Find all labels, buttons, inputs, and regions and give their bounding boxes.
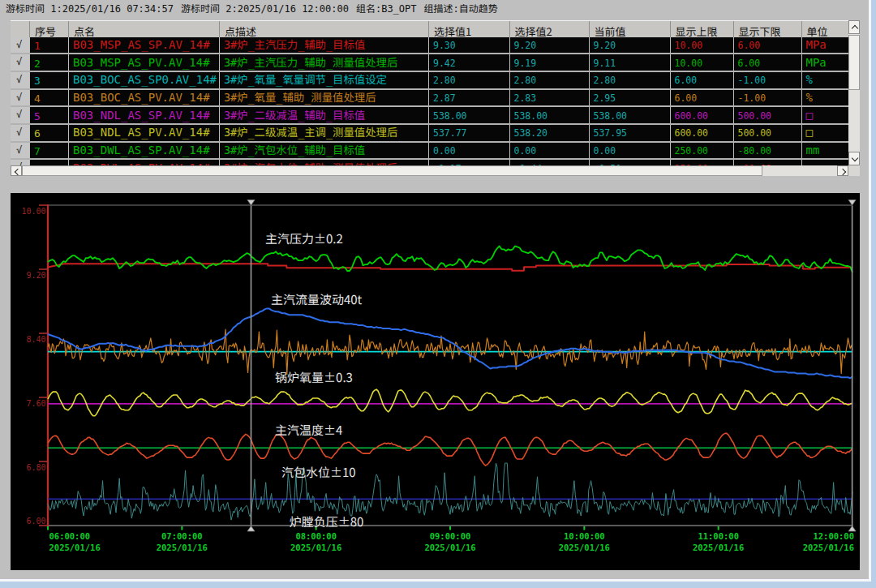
row-checkbox[interactable]: √: [11, 54, 29, 71]
series-fnp_pv: [48, 463, 852, 520]
cell-seq: 5: [29, 107, 68, 123]
row-checkbox[interactable]: √: [11, 143, 29, 159]
cell-sel1: 9.30: [428, 37, 509, 54]
cursor2-time-value: 2025/01/16 12:00:00: [238, 3, 349, 15]
table-header-row: 序号 点名 点描述 选择值1 选择值2 当前值 显示上限 显示下限 单位: [11, 20, 848, 37]
table-row[interactable]: √ 3 B03_BOC_AS_SP0.AV_14# 3#炉_氧量_氧量调节_目标…: [11, 72, 848, 90]
group-desc-label: 组描述:: [424, 3, 459, 15]
cell-display-hi: 600.00: [670, 107, 733, 123]
annotation-label-4: 主汽温度±4: [275, 421, 342, 438]
column-header-name: 点名: [68, 21, 219, 37]
cursor-2-bottom-handle[interactable]: [848, 526, 856, 532]
cell-current: 537.95: [589, 125, 670, 141]
table-row[interactable]: √ 1 B03_MSP_AS_SP.AV_14# 3#炉_主汽压力_辅助_目标值…: [11, 37, 848, 55]
scroll-up-button[interactable]: [848, 20, 860, 34]
cell-point-desc: 3#炉_二级减温_主调_测量值处理后: [219, 125, 428, 141]
vertical-scroll-thumb[interactable]: [848, 35, 860, 90]
cell-sel2: 9.19: [509, 54, 589, 71]
cell-current: 538.00: [589, 107, 670, 123]
cell-sel1: 537.77: [428, 125, 509, 141]
y-tick-label: 6.00: [26, 517, 45, 526]
trend-chart-panel: 10.009.208.407.606.806.0006:00:002025/01…: [11, 193, 860, 570]
table-vertical-scrollbar[interactable]: [848, 20, 860, 165]
cell-sel1: 2.80: [428, 72, 509, 88]
cell-seq: 3: [29, 72, 68, 88]
scroll-down-button[interactable]: [848, 152, 860, 165]
column-header-desc: 点描述: [219, 21, 428, 37]
table-row[interactable]: √ 4 B03_BOC_AS_PV.AV_14# 3#炉_氧量_辅助_测量值处理…: [11, 90, 848, 108]
cell-point-desc: 3#炉_汽包水位_辅助_目标值: [219, 143, 428, 159]
cell-display-lo: 6.00: [733, 54, 801, 71]
table-row[interactable]: √ 2 B03_MSP_AS_PV.AV_14# 3#炉_主汽压力_辅助_测量值…: [11, 54, 848, 72]
cell-point-desc: 3#炉_主汽压力_辅助_目标值: [219, 37, 428, 54]
cell-display-lo: 6.00: [733, 37, 801, 54]
cell-display-lo: 500.00: [733, 125, 801, 141]
cell-unit: MPa: [801, 54, 849, 71]
cell-sel1: 2.87: [428, 90, 509, 106]
series-ndl_pv: [48, 389, 852, 416]
cell-display-lo: -1.00: [733, 90, 801, 106]
horizontal-scroll-thumb[interactable]: [22, 165, 762, 177]
cell-display-lo: 500.00: [733, 107, 801, 123]
cursor2-time-label: 游标时间 2:: [181, 3, 238, 15]
row-checkbox[interactable]: √: [11, 125, 29, 141]
x-tick-date-label: 2025/01/16: [157, 543, 208, 552]
cursor-1-bottom-handle[interactable]: [247, 526, 255, 532]
y-tick-label: 9.20: [26, 271, 45, 280]
table-row[interactable]: √ 5 B03_NDL_AS_SP.AV_14# 3#炉_二级减温_辅助_目标值…: [11, 107, 848, 125]
table-row[interactable]: √ 6 B03_NDL_AS_PV.AV_14# 3#炉_二级减温_主调_测量值…: [11, 125, 848, 143]
table-horizontal-scrollbar[interactable]: [11, 165, 848, 177]
x-tick-time-label: 09:00:00: [430, 531, 471, 541]
cell-unit: %: [801, 90, 849, 106]
cell-point-name: B03_MSP_AS_PV.AV_14#: [68, 54, 219, 71]
x-tick-date-label: 2025/01/16: [290, 543, 341, 552]
scroll-left-button[interactable]: [11, 165, 22, 177]
y-tick-label: 6.80: [26, 463, 45, 472]
cell-sel2: 9.20: [509, 37, 589, 54]
trend-tool-window: 游标时间 1:2025/01/16 07:34:57游标时间 2:2025/01…: [0, 0, 876, 588]
column-header-check: [11, 21, 29, 37]
column-header-cur: 当前值: [589, 21, 670, 37]
row-checkbox[interactable]: √: [11, 107, 29, 123]
cell-display-hi: 6.00: [670, 72, 733, 88]
annotation-label-3: 锅炉氧量±0.3: [275, 368, 353, 385]
row-checkbox[interactable]: √: [11, 37, 29, 54]
chevron-up-icon: [852, 25, 858, 32]
scroll-right-button[interactable]: [837, 165, 848, 177]
cell-seq: 2: [29, 54, 68, 71]
cell-point-name: B03_NDL_AS_SP.AV_14#: [68, 107, 219, 123]
cell-display-hi: 250.00: [670, 143, 733, 159]
y-tick-label: 10.00: [21, 207, 45, 216]
annotation-label-1: 主汽压力±0.2: [265, 230, 343, 247]
cell-sel2: 538.20: [509, 125, 589, 141]
cell-seq: 6: [29, 125, 68, 141]
window-frame-border-bottom: [0, 582, 871, 588]
cell-point-name: B03_BOC_AS_SP0.AV_14#: [68, 72, 219, 88]
table-row[interactable]: √ 7 B03_DWL_AS_SP.AV_14# 3#炉_汽包水位_辅助_目标值…: [11, 143, 848, 161]
table-body: √ 1 B03_MSP_AS_SP.AV_14# 3#炉_主汽压力_辅助_目标值…: [11, 37, 848, 165]
cell-display-hi: 10.00: [670, 54, 733, 71]
y-tick-label: 7.60: [26, 399, 45, 408]
row-checkbox[interactable]: √: [11, 72, 29, 88]
annotation-label-5: 汽包水位±10: [281, 463, 356, 480]
cursor1-time-value: 2025/01/16 07:34:57: [62, 3, 174, 15]
cell-sel1: 538.00: [428, 107, 509, 123]
cell-current: 9.20: [589, 37, 670, 54]
chevron-down-icon: [852, 154, 858, 161]
x-tick-time-label: 07:00:00: [161, 531, 203, 541]
cursor-info-bar: 游标时间 1:2025/01/16 07:34:57游标时间 2:2025/01…: [6, 1, 817, 15]
cell-point-name: B03_DWL_AS_SP.AV_14#: [68, 143, 219, 159]
cell-seq: 1: [29, 37, 68, 54]
y-tick-label: 8.40: [26, 335, 45, 344]
cell-display-hi: 600.00: [670, 125, 733, 141]
cell-display-lo: -1.00: [733, 72, 801, 88]
cell-point-name: B03_NDL_AS_PV.AV_14#: [68, 125, 219, 141]
cell-sel1: 9.42: [428, 54, 509, 71]
x-tick-time-label: 12:00:00: [813, 531, 854, 541]
cell-unit: MPa: [801, 37, 849, 54]
row-checkbox[interactable]: √: [11, 90, 29, 106]
cell-point-desc: 3#炉_二级减温_辅助_目标值: [219, 107, 428, 123]
series-dwl_pv: [48, 433, 852, 466]
x-tick-date-label: 2025/01/16: [559, 543, 610, 552]
cell-display-hi: 6.00: [670, 90, 733, 106]
